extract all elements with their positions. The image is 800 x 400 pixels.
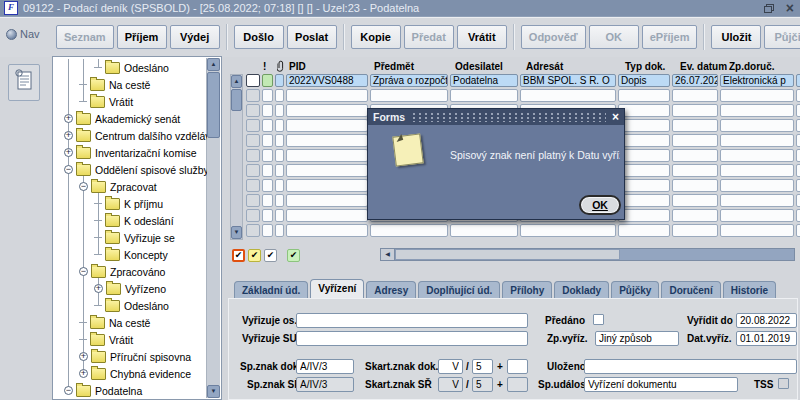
table-row[interactable] xyxy=(246,224,800,237)
ulozeno-input[interactable] xyxy=(584,359,797,374)
close-window-icon[interactable]: × xyxy=(786,1,794,15)
toolbar-button[interactable]: Uložit xyxy=(711,25,761,49)
row-checkbox[interactable] xyxy=(246,74,260,87)
plus-separator: + xyxy=(497,361,503,372)
tree-item[interactable]: −Oddělení spisové služby xyxy=(54,161,207,178)
table-vertical-scrollbar[interactable]: ▲ ▼ xyxy=(230,74,243,240)
row-checkbox[interactable] xyxy=(246,224,260,237)
dat-vyriz-input[interactable] xyxy=(736,331,797,346)
sp-udalost-input[interactable] xyxy=(584,377,738,392)
tree-collapse-icon[interactable]: − xyxy=(64,165,73,174)
tab-item[interactable]: Doručení xyxy=(661,281,720,298)
tree-collapse-icon[interactable]: − xyxy=(79,267,88,276)
restore-window-icon[interactable] xyxy=(764,4,774,13)
tree-expand-icon[interactable]: + xyxy=(94,284,103,293)
tab-item[interactable]: Doplňující úd. xyxy=(418,281,500,298)
row-checkbox[interactable] xyxy=(246,134,260,147)
tree-scrollbar-thumb[interactable] xyxy=(207,72,220,138)
horizontal-scrollbar-thumb[interactable] xyxy=(395,249,620,260)
filter-checkbox-white[interactable]: ✔ xyxy=(264,249,277,262)
scroll-down-icon[interactable]: ▼ xyxy=(231,226,242,239)
sp-znak-sr-input xyxy=(296,377,354,392)
skart-plus-dok-input[interactable] xyxy=(507,359,528,374)
tree-item[interactable]: Odesláno xyxy=(54,59,207,76)
tree-item[interactable]: +Inventarizační komise xyxy=(54,144,207,161)
scroll-up-icon[interactable]: ▲ xyxy=(207,58,220,71)
row-checkbox[interactable] xyxy=(246,209,260,222)
skart-znak-dok-input[interactable] xyxy=(438,359,463,374)
filter-checkbox-red[interactable]: ✔ xyxy=(232,249,245,262)
tree-item[interactable]: +Centrum dalšího vzdělávání xyxy=(54,127,207,144)
tree-expand-icon[interactable]: + xyxy=(64,148,73,157)
folder-icon xyxy=(105,215,120,227)
toolbar-button[interactable]: Příjem xyxy=(117,25,167,49)
table-horizontal-scrollbar[interactable]: ◀ xyxy=(380,248,795,261)
toolbar-button[interactable]: Kopie xyxy=(351,25,401,49)
vyridit-do-input[interactable] xyxy=(736,313,797,328)
dialog-close-icon[interactable]: × xyxy=(612,111,619,123)
tree-item[interactable]: +Akademický senát xyxy=(54,110,207,127)
attachment-cell xyxy=(275,224,284,237)
tree-expand-icon[interactable]: + xyxy=(79,369,88,378)
tree-item[interactable]: K odeslání xyxy=(54,212,207,229)
tree-item[interactable]: +Chybná evidence xyxy=(54,365,207,382)
tree-expand-icon[interactable]: + xyxy=(64,114,73,123)
tree-item[interactable]: Odesláno xyxy=(54,297,207,314)
tree-item[interactable]: −Zpracovat xyxy=(54,178,207,195)
sp-znak-dok-input[interactable] xyxy=(296,359,354,374)
dialog-ok-button[interactable]: OK xyxy=(579,195,621,215)
tree-item[interactable]: −Podatelna xyxy=(54,382,207,398)
tab-item[interactable]: Půjčky xyxy=(611,281,659,298)
tree-item[interactable]: +Příruční spisovna xyxy=(54,348,207,365)
document-tool-button[interactable] xyxy=(8,64,40,101)
tree-item-label: Inventarizační komise xyxy=(95,147,197,159)
nav-control[interactable]: Nav xyxy=(6,28,40,40)
row-checkbox[interactable] xyxy=(246,89,260,102)
tree-collapse-icon[interactable]: − xyxy=(79,182,88,191)
tree-expand-icon[interactable]: + xyxy=(64,131,73,140)
scroll-up-icon[interactable]: ▲ xyxy=(231,75,242,88)
tab-item[interactable]: Adresy xyxy=(366,281,416,298)
tree-item[interactable]: Vrátit xyxy=(54,331,207,348)
toolbar-button[interactable]: Vrátit xyxy=(457,25,507,49)
tree-expand-icon[interactable]: + xyxy=(79,352,88,361)
filter-checkbox-yellow[interactable]: ✔ xyxy=(248,249,261,262)
row-checkbox[interactable] xyxy=(246,179,260,192)
table-row[interactable]: 2022VVS0488Zpráva o rozpočtuPodatelnaBBM… xyxy=(246,74,800,87)
row-checkbox[interactable] xyxy=(246,119,260,132)
zp-vyriz-input[interactable] xyxy=(595,331,679,346)
vyrizuje-os-input[interactable] xyxy=(296,313,528,328)
skart-lhuta-dok-input[interactable] xyxy=(472,359,493,374)
row-checkbox[interactable] xyxy=(246,164,260,177)
tab-item[interactable]: Základní úd. xyxy=(234,281,308,298)
tree-item[interactable]: −Zpracováno xyxy=(54,263,207,280)
tree-item[interactable]: K příjmu xyxy=(54,195,207,212)
skart-lhuta-sr-input xyxy=(472,377,493,392)
table-row[interactable] xyxy=(246,89,800,102)
predano-checkbox[interactable] xyxy=(593,314,604,325)
tree-item[interactable]: Vrátit xyxy=(54,93,207,110)
tab-item[interactable]: Přílohy xyxy=(502,281,552,298)
row-checkbox[interactable] xyxy=(246,104,260,117)
tab-item[interactable]: Historie xyxy=(723,281,776,298)
toolbar-button[interactable]: Došlo xyxy=(234,25,284,49)
toolbar-button[interactable]: Výdej xyxy=(170,25,220,49)
filter-checkbox-green[interactable]: ✔ xyxy=(287,249,300,262)
table-scrollbar-thumb[interactable] xyxy=(231,89,242,111)
table-cell xyxy=(286,209,368,222)
scroll-left-icon[interactable]: ◀ xyxy=(381,249,395,260)
vyrizuje-su-input[interactable] xyxy=(296,331,528,346)
tree-collapse-icon[interactable]: − xyxy=(64,386,73,395)
tab-item[interactable]: Doklady xyxy=(554,281,609,298)
row-checkbox[interactable] xyxy=(246,149,260,162)
tree-item[interactable]: Koncepty xyxy=(54,246,207,263)
tree-scrollbar[interactable]: ▲ ▼ xyxy=(206,58,220,398)
row-checkbox[interactable] xyxy=(246,194,260,207)
toolbar-button[interactable]: Poslat xyxy=(287,25,337,49)
scroll-down-icon[interactable]: ▼ xyxy=(207,385,220,398)
tree-item[interactable]: +Vyřízeno xyxy=(54,280,207,297)
tree-item[interactable]: Na cestě xyxy=(54,314,207,331)
tab-active[interactable]: Vyřízení xyxy=(310,279,364,298)
tree-item[interactable]: Vyřizuje se xyxy=(54,229,207,246)
tree-item[interactable]: Na cestě xyxy=(54,76,207,93)
